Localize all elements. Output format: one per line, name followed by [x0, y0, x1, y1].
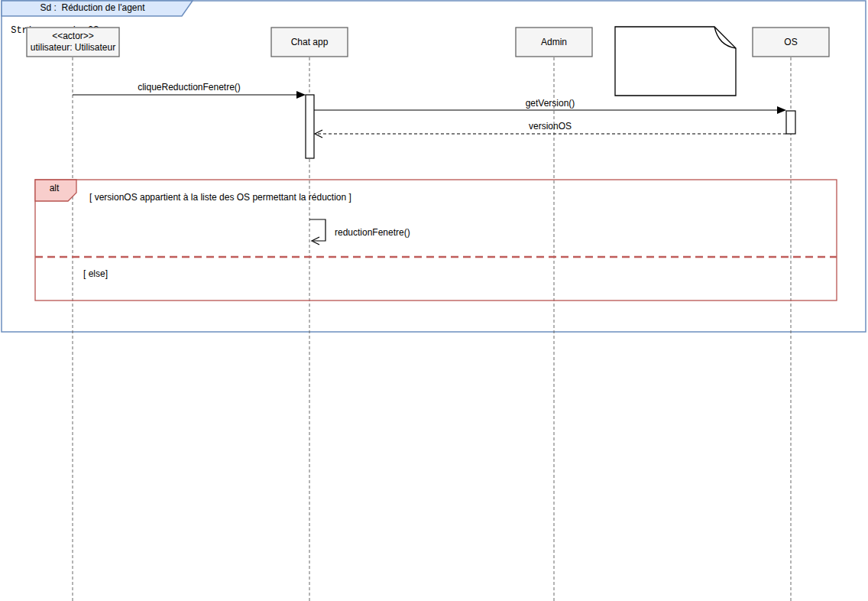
- message-label-cliqueReductionFenetre: cliqueReductionFenetre(): [73, 82, 306, 93]
- actor-name: utilisateur: Utilisateur: [31, 42, 115, 54]
- message-label-getVersion: getVersion(): [314, 98, 786, 109]
- frame-title: Sd : Réduction de l'agent: [2, 2, 183, 14]
- lifeline-head-label-utilisateur: <<actor>> utilisateur: Utilisateur: [27, 28, 119, 57]
- alt-guard-else: [ else]: [83, 268, 108, 280]
- activation-chatapp: [306, 95, 314, 158]
- activation-os: [786, 111, 795, 134]
- alt-operator-label: alt: [35, 183, 73, 194]
- actor-stereotype: <<actor>>: [52, 31, 94, 42]
- message-label-versionOS: versionOS: [314, 121, 786, 132]
- os-name: OS: [784, 37, 797, 48]
- admin-name: Admin: [541, 37, 567, 48]
- note-shape: [615, 27, 736, 96]
- message-label-reductionFenetre: reductionFenetre(): [335, 227, 410, 239]
- sequence-diagram-canvas: Sd : Réduction de l'agent <<actor>> util…: [0, 0, 868, 601]
- lifeline-head-label-os: OS: [753, 28, 829, 57]
- alt-guard-if: [ versionOS appartient à la liste des OS…: [89, 192, 351, 203]
- lifeline-head-label-admin: Admin: [516, 28, 592, 57]
- lifeline-head-label-chatapp: Chat app: [271, 28, 348, 57]
- chatapp-name: Chat app: [291, 37, 329, 48]
